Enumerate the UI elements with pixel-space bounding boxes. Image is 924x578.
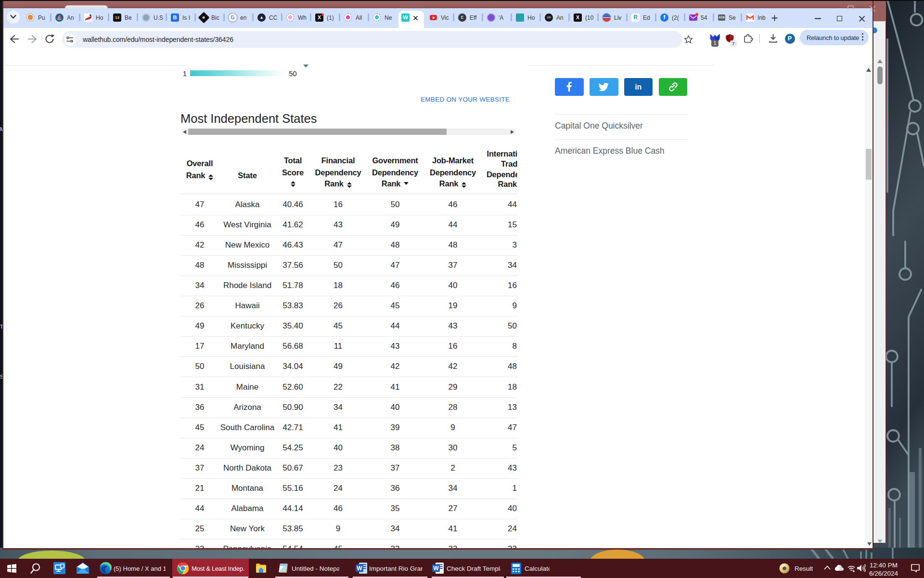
svg-text:W: W [357, 565, 362, 572]
svg-text:W: W [433, 565, 439, 572]
